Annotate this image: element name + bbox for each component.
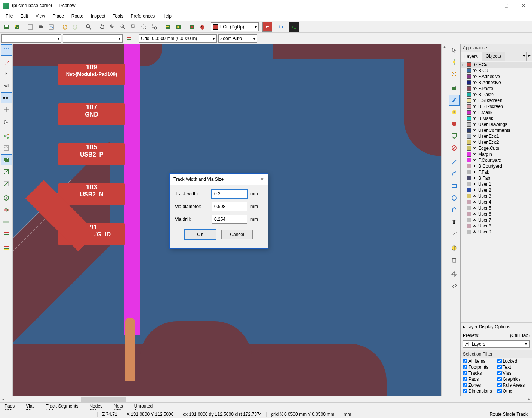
- visibility-icon[interactable]: 👁: [473, 140, 477, 145]
- zoom-dropdown[interactable]: Zoom Auto▾: [218, 34, 257, 43]
- board-setup-icon[interactable]: [12, 22, 22, 32]
- grid-origin-icon[interactable]: [449, 269, 460, 280]
- show-console-icon[interactable]: >_: [289, 22, 299, 32]
- visibility-icon[interactable]: 👁: [473, 182, 477, 186]
- polar-coord-icon[interactable]: [1, 56, 12, 68]
- visibility-icon[interactable]: 👁: [473, 98, 477, 103]
- curved-ratsnest-icon[interactable]: [1, 142, 12, 154]
- redo-icon[interactable]: [70, 22, 80, 32]
- layer-row-User-Eco2[interactable]: 👁User.Eco2: [461, 139, 532, 145]
- filter-other[interactable]: Other: [497, 388, 530, 394]
- via-outline-icon[interactable]: [1, 204, 12, 216]
- zone-display-icon[interactable]: [1, 154, 12, 165]
- inch-units-icon[interactable]: in: [1, 68, 12, 80]
- draw-poly-icon[interactable]: [449, 204, 460, 216]
- add-rule-area-icon[interactable]: [449, 130, 460, 142]
- visibility-icon[interactable]: 👁: [473, 224, 477, 228]
- visibility-icon[interactable]: 👁: [473, 152, 477, 157]
- draw-arc-icon[interactable]: [449, 168, 460, 180]
- layer-row-F-Silkscreen[interactable]: 👁F.Silkscreen: [461, 97, 532, 103]
- draw-circle-icon[interactable]: [449, 192, 460, 204]
- add-via-icon[interactable]: [449, 106, 460, 118]
- add-text-icon[interactable]: T: [449, 216, 460, 227]
- visibility-icon[interactable]: 👁: [473, 176, 477, 180]
- auto-track-width-icon[interactable]: [124, 34, 134, 43]
- visibility-icon[interactable]: 👁: [473, 62, 477, 67]
- track-width-dropdown[interactable]: ▾: [1, 34, 61, 43]
- visibility-icon[interactable]: 👁: [473, 194, 477, 198]
- visibility-icon[interactable]: 👁: [473, 116, 477, 121]
- tab-objects[interactable]: Objects: [482, 52, 505, 61]
- visibility-icon[interactable]: 👁: [473, 158, 477, 162]
- layer-display-options[interactable]: ▸ Layer Display Options: [461, 322, 532, 331]
- minimize-button[interactable]: —: [480, 0, 498, 11]
- footprint-editor-icon[interactable]: [187, 22, 197, 32]
- menu-file[interactable]: File: [2, 12, 16, 20]
- ok-button[interactable]: OK: [185, 230, 216, 239]
- keepout-icon[interactable]: [449, 142, 460, 154]
- vertical-scrollbar[interactable]: ▴: [441, 44, 448, 396]
- visibility-icon[interactable]: 👁: [473, 128, 477, 133]
- mm-units-icon[interactable]: mm: [1, 92, 12, 103]
- visibility-icon[interactable]: 👁: [473, 200, 477, 204]
- visibility-icon[interactable]: 👁: [473, 164, 477, 168]
- via-drill-input[interactable]: [212, 215, 247, 224]
- filter-rule-areas[interactable]: Rule Areas: [497, 383, 530, 388]
- local-ratsnest-icon[interactable]: [449, 68, 460, 80]
- zoom-out-icon[interactable]: [118, 22, 128, 32]
- menu-tools[interactable]: Tools: [110, 12, 127, 20]
- draw-line-icon[interactable]: [449, 157, 460, 168]
- layer-row-B-Mask[interactable]: 👁B.Mask: [461, 115, 532, 121]
- scripting-icon[interactable]: [276, 22, 286, 32]
- find-icon[interactable]: [84, 22, 93, 32]
- layer-row-Margin[interactable]: 👁Margin: [461, 151, 532, 157]
- filter-vias[interactable]: Vias: [497, 371, 530, 376]
- filter-pads[interactable]: Pads: [463, 377, 496, 382]
- layer-row-B-Courtyard[interactable]: 👁B.Courtyard: [461, 163, 532, 169]
- layer-row-User-Comments[interactable]: 👁User.Comments: [461, 127, 532, 133]
- track-width-input[interactable]: [212, 189, 247, 198]
- dialog-close-button[interactable]: ✕: [260, 177, 264, 182]
- visibility-icon[interactable]: 👁: [473, 206, 477, 210]
- high-contrast-icon[interactable]: [1, 228, 12, 239]
- zoom-tool-icon[interactable]: [139, 22, 149, 32]
- show-ratsnest-icon[interactable]: [1, 130, 12, 142]
- layer-row-User-2[interactable]: 👁User.2: [461, 187, 532, 193]
- 3d-viewer-icon[interactable]: [163, 22, 173, 32]
- menu-route[interactable]: Route: [68, 12, 87, 20]
- flip-board-icon[interactable]: [173, 22, 183, 32]
- layer-row-Edge-Cuts[interactable]: 👁Edge.Cuts: [461, 145, 532, 151]
- pad-outline-icon[interactable]: [1, 192, 12, 204]
- layer-row-User-Eco1[interactable]: 👁User.Eco1: [461, 133, 532, 139]
- layer-row-B-Cu[interactable]: 👁B.Cu: [461, 68, 532, 74]
- refresh-icon[interactable]: [97, 22, 107, 32]
- tab-scroll-left[interactable]: ◂: [521, 52, 526, 61]
- visibility-icon[interactable]: 👁: [473, 122, 477, 127]
- layer-row-User-9[interactable]: 👁User.9: [461, 229, 532, 235]
- mil-units-icon[interactable]: mil: [1, 80, 12, 92]
- visibility-icon[interactable]: 👁: [473, 68, 477, 73]
- undo-icon[interactable]: [60, 22, 70, 32]
- via-size-dropdown[interactable]: ▾: [63, 34, 123, 43]
- filter-zones[interactable]: Zones: [463, 383, 496, 388]
- save-icon[interactable]: [1, 22, 11, 32]
- visibility-icon[interactable]: 👁: [473, 146, 477, 151]
- print-icon[interactable]: [36, 22, 46, 32]
- zone-hidden-icon[interactable]: [1, 178, 12, 189]
- layer-row-User-8[interactable]: 👁User.8: [461, 223, 532, 229]
- filter-locked[interactable]: Locked: [497, 359, 530, 364]
- grid-dropdown[interactable]: Grid: 0.0500 mm (0.0020 in)▾: [139, 34, 217, 43]
- full-crosshair-icon[interactable]: [1, 104, 12, 115]
- track-outline-icon[interactable]: [1, 216, 12, 227]
- drc-icon[interactable]: [197, 22, 207, 32]
- menu-inspect[interactable]: Inspect: [87, 12, 109, 20]
- layers-manager-icon[interactable]: [1, 242, 12, 254]
- layer-row-F-Courtyard[interactable]: 👁F.Courtyard: [461, 157, 532, 163]
- visibility-icon[interactable]: 👁: [473, 74, 477, 79]
- layer-pairs-icon[interactable]: ⇄: [262, 22, 272, 32]
- visibility-icon[interactable]: 👁: [473, 230, 477, 234]
- layer-row-F-Cu[interactable]: ▸👁F.Cu: [461, 62, 532, 68]
- filter-all-items[interactable]: All items: [463, 359, 496, 364]
- menu-place[interactable]: Place: [49, 12, 67, 20]
- visibility-icon[interactable]: 👁: [473, 170, 477, 174]
